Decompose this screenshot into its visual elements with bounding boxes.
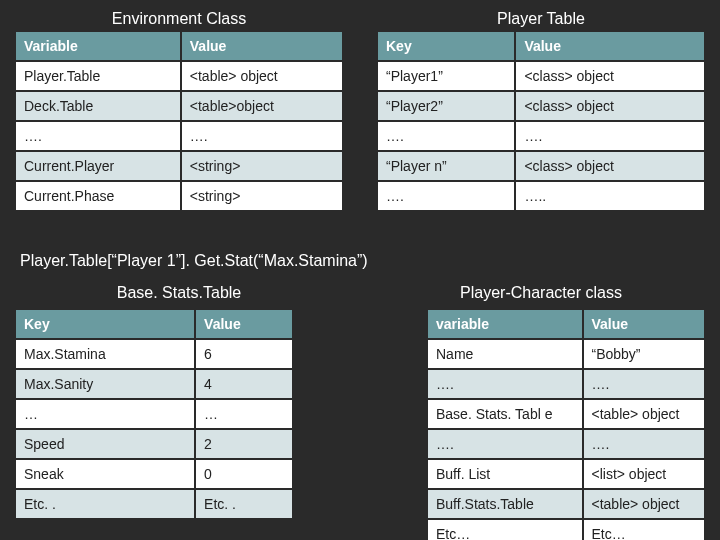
code-expression: Player.Table[“Player 1”]. Get.Stat(“Max.… <box>20 252 368 270</box>
player-table: Key Value “Player1”<class> object “Playe… <box>376 30 706 212</box>
player-table-title: Player Table <box>376 4 706 32</box>
player-character-title: Player-Character class <box>376 278 706 306</box>
table-row: Name“Bobby” <box>428 340 704 368</box>
table-row: “Player2”<class> object <box>378 92 704 120</box>
env-class-title: Environment Class <box>14 4 344 32</box>
player-header-value: Value <box>516 32 704 60</box>
table-row: ….…. <box>428 430 704 458</box>
base-stats-title: Base. Stats.Table <box>14 278 344 306</box>
player-character-table: variable Value Name“Bobby” ….…. Base. St… <box>426 308 706 540</box>
table-row: Buff. List<list> object <box>428 460 704 488</box>
table-row: ….….. <box>378 182 704 210</box>
table-row: …… <box>16 400 292 428</box>
table-row: Speed2 <box>16 430 292 458</box>
table-row: ….…. <box>428 370 704 398</box>
base-header-key: Key <box>16 310 194 338</box>
table-row: “Player1”<class> object <box>378 62 704 90</box>
player-header-key: Key <box>378 32 514 60</box>
table-row: Deck.Table<table>object <box>16 92 342 120</box>
base-header-value: Value <box>196 310 292 338</box>
base-stats-table: Key Value Max.Stamina6 Max.Sanity4 …… Sp… <box>14 308 294 520</box>
table-row: Current.Player<string> <box>16 152 342 180</box>
table-row: ….…. <box>16 122 342 150</box>
table-row: Sneak0 <box>16 460 292 488</box>
pc-header-variable: variable <box>428 310 582 338</box>
table-row: Current.Phase<string> <box>16 182 342 210</box>
env-class-table: Variable Value Player.Table<table> objec… <box>14 30 344 212</box>
table-row: ….…. <box>378 122 704 150</box>
table-row: Etc…Etc… <box>428 520 704 540</box>
table-row: Player.Table<table> object <box>16 62 342 90</box>
pc-header-value: Value <box>584 310 704 338</box>
env-header-value: Value <box>182 32 342 60</box>
env-header-variable: Variable <box>16 32 180 60</box>
table-row: Buff.Stats.Table<table> object <box>428 490 704 518</box>
table-row: Max.Stamina6 <box>16 340 292 368</box>
table-row: Max.Sanity4 <box>16 370 292 398</box>
table-row: Etc. .Etc. . <box>16 490 292 518</box>
table-row: Base. Stats. Tabl e<table> object <box>428 400 704 428</box>
table-row: “Player n”<class> object <box>378 152 704 180</box>
